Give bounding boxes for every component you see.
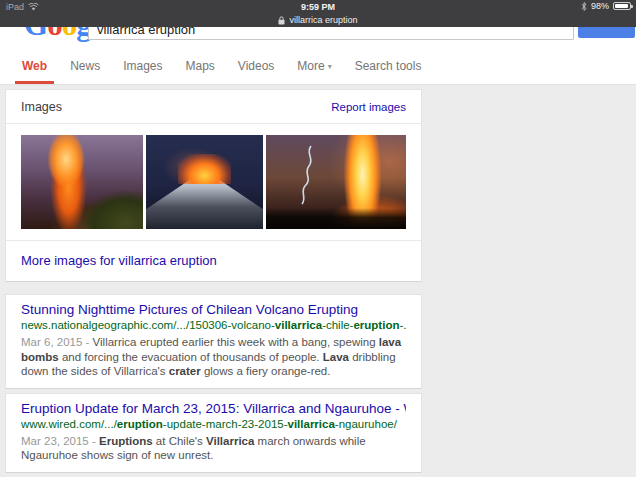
- images-card: Images Report images More ima: [5, 89, 422, 282]
- nav-tab-news[interactable]: News: [63, 48, 107, 84]
- nav-tab-web[interactable]: Web: [15, 48, 54, 84]
- result-snippet: Mar 23, 2015 - Eruptions at Chile's Vill…: [21, 434, 406, 463]
- volcano-image-3[interactable]: [266, 135, 406, 229]
- crater-glow-shape: [178, 154, 232, 184]
- lightning-shape: [291, 144, 325, 206]
- treeline-silhouette: [266, 208, 406, 229]
- images-section-title: Images: [21, 100, 62, 114]
- image-thumbnails: [6, 124, 421, 240]
- volcano-image-2[interactable]: [146, 135, 262, 229]
- nav-tab-more[interactable]: More▾: [290, 48, 338, 84]
- nav-tab-maps[interactable]: Maps: [179, 48, 222, 84]
- nav-tab-images[interactable]: Images: [116, 48, 169, 84]
- result-title-link[interactable]: Stunning Nighttime Pictures of Chilean V…: [21, 302, 406, 318]
- report-images-link[interactable]: Report images: [331, 101, 406, 113]
- battery-percent: 98%: [591, 1, 609, 11]
- search-result: Stunning Nighttime Pictures of Chilean V…: [5, 294, 422, 389]
- safari-window: iPad 9:59 PM 98% villarrica: [0, 0, 636, 477]
- clock: 9:59 PM: [0, 2, 636, 12]
- result-url: news.nationalgeographic.com/.../150306-v…: [21, 319, 406, 332]
- ios-status-bar: iPad 9:59 PM 98% villarrica: [0, 0, 636, 27]
- results-page: Images Report images More ima: [0, 85, 636, 477]
- nav-tab-search-tools[interactable]: Search tools: [348, 48, 429, 84]
- more-images-link[interactable]: More images for villarrica eruption: [21, 253, 217, 268]
- bluetooth-icon: [581, 2, 587, 11]
- search-category-nav: Web News Images Maps Videos More▾ Search…: [0, 48, 636, 85]
- result-title-link[interactable]: Eruption Update for March 23, 2015: Vill…: [21, 401, 406, 417]
- url-text: villarrica eruption: [289, 15, 357, 25]
- nav-tab-videos[interactable]: Videos: [231, 48, 281, 84]
- result-url: www.wired.com/.../eruption-update-march-…: [21, 418, 406, 431]
- chevron-down-icon: ▾: [328, 62, 332, 71]
- battery-icon: [613, 2, 631, 10]
- organic-results: Stunning Nighttime Pictures of Chilean V…: [0, 294, 636, 477]
- result-snippet: Mar 6, 2015 - Villarrica erupted earlier…: [21, 335, 406, 379]
- url-bar[interactable]: villarrica eruption: [0, 13, 636, 27]
- volcano-image-1[interactable]: [21, 135, 143, 229]
- search-result: Eruption Update for March 23, 2015: Vill…: [5, 393, 422, 473]
- lock-icon: [278, 16, 285, 25]
